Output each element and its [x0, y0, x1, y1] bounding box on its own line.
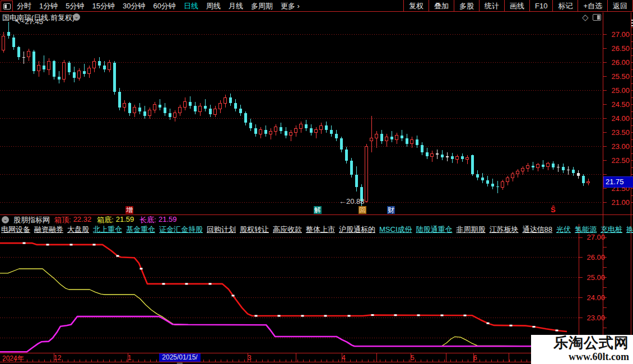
period-tab-5分钟[interactable]: 5分钟 — [66, 1, 84, 11]
action-F10[interactable]: F10 — [530, 0, 553, 12]
concept-tag-回购计划[interactable]: 回购计划 — [207, 225, 236, 234]
chevron-down-circle-icon[interactable]: ⌄ — [2, 216, 9, 223]
action-画线[interactable]: 画线 — [505, 0, 530, 12]
action-叠加[interactable]: 叠加 — [429, 0, 454, 12]
price-axis-label: 27.00 — [605, 30, 630, 39]
price-axis-label: 23.00 — [605, 142, 630, 151]
event-badge-Ŝ[interactable]: Ŝ — [550, 206, 556, 214]
selected-date-badge[interactable]: 2025/01/15/三 — [159, 353, 201, 362]
event-badge-财[interactable]: 财 — [387, 206, 395, 214]
concept-tag-氢能源[interactable]: 氢能源 — [575, 225, 597, 234]
chart-canvas[interactable] — [0, 0, 633, 364]
action-标记[interactable]: 标记 — [553, 0, 578, 12]
concept-tag-电网设备[interactable]: 电网设备 — [1, 225, 30, 234]
concept-tag-融资融券[interactable]: 融资融券 — [34, 225, 63, 234]
period-tab-1分钟[interactable]: 1分钟 — [39, 1, 58, 11]
indicator-field-value: 21.59 — [159, 215, 177, 225]
period-tab-日线[interactable]: 日线 — [184, 1, 198, 11]
date-axis-label: 5 — [411, 354, 415, 362]
concept-tag-江苏板块[interactable]: 江苏板块 — [490, 225, 519, 234]
concept-tag-基金重仓[interactable]: 基金重仓 — [126, 225, 155, 234]
concept-tag-整体上市[interactable]: 整体上市 — [306, 225, 335, 234]
toolbar-actions: 复权叠加多股统计画线F10标记+自选返回 — [403, 0, 633, 12]
indicator-axis-label: 26.00 — [580, 253, 605, 262]
concept-tag-高应收款[interactable]: 高应收款 — [273, 225, 302, 234]
watermark-url: www.60lt.com — [531, 351, 629, 363]
price-axis-label: 26.00 — [605, 58, 630, 67]
selected-date: 2025/01/15/ — [162, 353, 197, 361]
action-+自选[interactable]: +自选 — [578, 0, 608, 12]
date-axis-label: 1 — [128, 354, 132, 362]
top-toolbar: 分时1分钟5分钟15分钟30分钟60分钟日线周线月线多周期更多 › 复权叠加多股… — [0, 0, 633, 12]
period-tabs: 分时1分钟5分钟15分钟30分钟60分钟日线周线月线多周期更多 › — [17, 0, 300, 12]
price-axis-label: 21.00 — [605, 198, 630, 207]
action-统计[interactable]: 统计 — [480, 0, 505, 12]
half-filled-square-icon — [3, 3, 11, 10]
indicator-field: 箱顶:22.32 — [54, 215, 91, 225]
indicator-field: 长底:21.59 — [139, 215, 176, 225]
selected-weekday: 三 — [176, 362, 183, 364]
period-tab-更多 ›[interactable]: 更多 › — [281, 1, 300, 11]
date-axis-label: 4 — [342, 354, 346, 362]
period-tab-15分钟[interactable]: 15分钟 — [92, 1, 114, 11]
period-tab-60分钟[interactable]: 60分钟 — [153, 1, 175, 11]
price-axis-label: 22.50 — [605, 156, 630, 165]
date-axis-label: 12 — [54, 354, 61, 362]
price-axis-label: 23.50 — [605, 128, 630, 137]
price-axis-label: 24.00 — [605, 114, 630, 123]
indicator-field: 箱底:21.59 — [97, 215, 134, 225]
concept-tag-非周期股[interactable]: 非周期股 — [457, 225, 486, 234]
period-tab-周线[interactable]: 周线 — [206, 1, 221, 11]
low-price-annotation: ←20.88 — [339, 197, 365, 206]
indicator-axis-label: 23.00 — [580, 314, 605, 322]
indicator-fields: 箱顶:22.32箱底:21.59长底:21.59 — [54, 215, 177, 225]
indicator-field-value: 21.59 — [116, 215, 134, 225]
event-badge-解[interactable]: 解 — [314, 206, 322, 214]
indicator-axis-label: 24.00 — [580, 293, 605, 302]
watermark: 乐淘公式网 www.60lt.com — [531, 335, 633, 364]
period-tab-月线[interactable]: 月线 — [229, 1, 243, 11]
window-icon[interactable] — [1, 1, 13, 12]
price-axis-label: 24.50 — [605, 100, 630, 109]
action-多股[interactable]: 多股 — [454, 0, 480, 12]
concept-tag-大盘股[interactable]: 大盘股 — [67, 225, 89, 234]
title-row: 国电南瑞(日线.前复权) ⌄ ◇ — [0, 12, 633, 22]
watermark-title: 乐淘公式网 — [531, 335, 629, 351]
period-tab-30分钟[interactable]: 30分钟 — [123, 1, 145, 11]
indicator-field-label: 箱底: — [97, 215, 114, 225]
chevron-down-icon[interactable]: ⌄ — [73, 13, 80, 21]
indicator-axis-label: 27.00 — [580, 233, 605, 241]
concept-tag-股权转让[interactable]: 股权转让 — [240, 225, 269, 234]
indicator-field-label: 长底: — [139, 215, 156, 225]
concept-tag-MSCI成份[interactable]: MSCI成份 — [379, 225, 412, 234]
concept-tag-陆股通重仓[interactable]: 陆股通重仓 — [416, 225, 453, 234]
indicator-field-label: 箱顶: — [54, 215, 71, 225]
indicator-field-value: 22.32 — [73, 215, 92, 225]
concept-tag-证金汇金持股[interactable]: 证金汇金持股 — [159, 225, 203, 234]
price-axis-label: 25.00 — [605, 86, 630, 95]
concept-tag-光伏[interactable]: 光伏 — [556, 225, 571, 234]
last-price-badge: 21.75 — [603, 176, 633, 188]
panel-layout-icon[interactable] — [593, 14, 601, 21]
concept-tag-通达信88[interactable]: 通达信88 — [523, 225, 552, 234]
event-badge-回[interactable]: 回 — [359, 206, 366, 214]
concept-tag-充电桩[interactable]: 充电桩 — [601, 225, 622, 234]
indicator-header: ⌄ 股朋指标网 箱顶:22.32箱底:21.59长底:21.59 — [0, 216, 633, 224]
concept-tags-row: 电网设备融资融券大盘股北上重仓基金重仓证金汇金持股回购计划股权转让高应收款整体上… — [1, 225, 633, 234]
indicator-axis-label: 25.00 — [580, 273, 605, 282]
concept-tag-换电概念[interactable]: 换电概念 — [626, 225, 633, 234]
period-tab-分时[interactable]: 分时 — [17, 1, 31, 11]
event-badge-增[interactable]: 增 — [125, 206, 133, 214]
concept-tag-北上重仓[interactable]: 北上重仓 — [93, 225, 122, 234]
diamond-icon[interactable]: ◇ — [582, 13, 589, 21]
period-tab-多周期[interactable]: 多周期 — [251, 1, 273, 11]
action-复权[interactable]: 复权 — [404, 0, 429, 12]
price-axis-label: 25.50 — [605, 72, 630, 81]
page-title: 国电南瑞(日线.前复权) — [2, 13, 75, 23]
concept-tag-沪股通标的[interactable]: 沪股通标的 — [339, 225, 375, 234]
price-axis-label: 26.50 — [605, 44, 630, 53]
date-axis-label: 3 — [248, 354, 252, 362]
action-返回[interactable]: 返回 — [608, 0, 633, 12]
date-axis-label: 2024年 — [2, 354, 24, 363]
indicator-source[interactable]: 股朋指标网 — [13, 215, 50, 225]
